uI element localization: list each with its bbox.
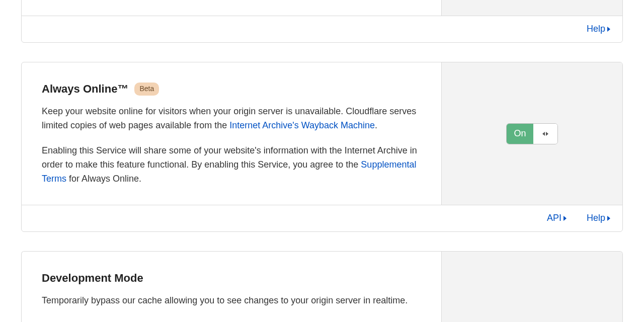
card-footer: API Help	[22, 205, 622, 231]
help-label: Help	[587, 211, 605, 225]
wayback-link[interactable]: Internet Archive's Wayback Machine	[229, 120, 375, 130]
toggle-on-label: On	[507, 124, 533, 144]
title-text: Always Online™	[42, 80, 128, 98]
api-link[interactable]: API	[547, 211, 567, 225]
help-link[interactable]: Help	[587, 211, 610, 225]
always-online-title: Always Online™ Beta	[42, 80, 159, 98]
caret-right-icon	[607, 216, 610, 221]
dev-mode-title: Development Mode	[42, 270, 143, 287]
caret-right-icon	[564, 216, 567, 221]
title-text: Development Mode	[42, 270, 143, 287]
development-mode-card: Development Mode Temporarily bypass our …	[21, 251, 623, 322]
always-online-toggle[interactable]: On	[506, 123, 557, 144]
always-online-card: Always Online™ Beta Keep your website on…	[21, 62, 623, 232]
caret-right-icon	[607, 27, 610, 32]
toggle-handle	[533, 124, 557, 144]
toggle-arrows-icon	[542, 132, 548, 136]
help-label: Help	[587, 22, 605, 36]
always-online-desc-1: Keep your website online for visitors wh…	[42, 105, 421, 133]
dev-mode-desc: Temporarily bypass our cache allowing yo…	[42, 294, 421, 308]
card-footer: Help	[22, 16, 622, 42]
help-link[interactable]: Help	[587, 22, 610, 36]
beta-badge: Beta	[134, 83, 159, 96]
api-label: API	[547, 211, 561, 225]
settings-card-partial: Help	[21, 0, 623, 43]
always-online-desc-2: Enabling this Service will share some of…	[42, 144, 421, 186]
